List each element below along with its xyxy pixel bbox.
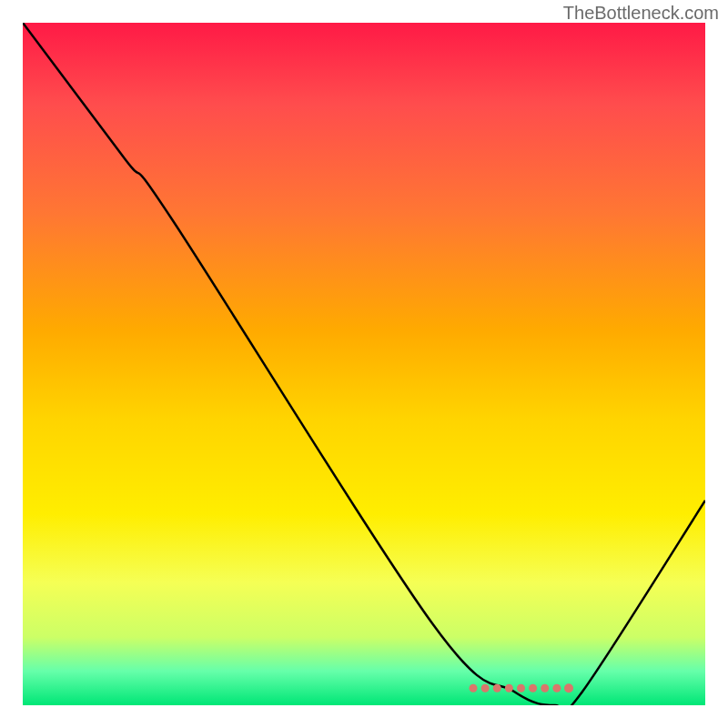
optimal-range-marker (470, 683, 574, 693)
optimal-dot (541, 684, 549, 693)
bottleneck-curve-path (23, 23, 705, 705)
watermark-text: TheBottleneck.com (563, 3, 719, 24)
optimal-dot (493, 684, 501, 693)
optimal-dot (529, 684, 537, 693)
chart-plot-area (23, 23, 705, 705)
bottleneck-chart (23, 23, 705, 705)
optimal-dot (470, 684, 478, 693)
optimal-dot (517, 684, 525, 693)
optimal-dot (552, 684, 561, 693)
optimal-dot (505, 684, 513, 693)
optimal-dot (481, 684, 490, 693)
optimal-dot (564, 683, 573, 693)
